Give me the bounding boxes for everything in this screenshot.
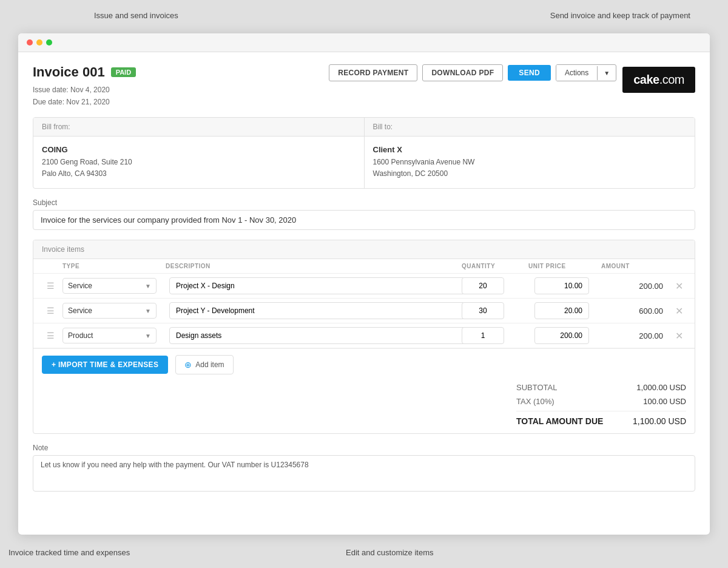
type-select-2[interactable]: Service ▼ [62, 303, 157, 319]
amount-cell-1: 200.00 [601, 282, 668, 291]
total-due-label: TOTAL AMOUNT DUE [516, 416, 603, 426]
note-label: Note [33, 444, 695, 452]
outer-wrapper: Issue and send invoices Send invoice and… [0, 0, 728, 568]
subject-input[interactable] [33, 210, 695, 230]
bill-to-address: 1600 Pennsylvania Avenue NW Washington, … [373, 157, 687, 180]
note-section: Note Let us know if you need any help wi… [33, 444, 695, 499]
subtotal-value: 1,000.00 USD [636, 383, 686, 392]
description-input-2[interactable] [169, 302, 465, 319]
type-caret-icon-3: ▼ [145, 333, 151, 339]
amount-cell-3: 200.00 [601, 331, 668, 340]
tax-value: 100.00 USD [643, 397, 686, 406]
due-date: Due date: Nov 21, 2020 [33, 96, 136, 108]
table-row: ☰ Service ▼ 600.00 ✕ [33, 299, 695, 323]
drag-handle-icon[interactable]: ☰ [38, 331, 62, 340]
drag-handle-icon[interactable]: ☰ [38, 306, 62, 316]
invoice-title-row: Invoice 001 Paid [33, 64, 136, 80]
logo-bold: cake [633, 73, 659, 86]
unit-price-input-2[interactable] [534, 302, 589, 319]
drag-handle-icon[interactable]: ☰ [38, 281, 62, 291]
remove-button-3[interactable]: ✕ [668, 329, 690, 343]
items-actions-row: + IMPORT TIME & EXPENSES ⊕ Add item [33, 348, 695, 380]
invoice-header: Invoice 001 Paid Issue date: Nov 4, 2020… [33, 64, 695, 109]
unit-price-input-1[interactable] [534, 277, 589, 294]
subject-section: Subject [33, 198, 695, 230]
amount-cell-2: 600.00 [601, 306, 668, 316]
type-caret-icon-2: ▼ [145, 308, 151, 314]
import-time-expenses-button[interactable]: + IMPORT TIME & EXPENSES [42, 356, 168, 374]
col-drag [38, 263, 62, 269]
dot-yellow[interactable] [36, 39, 42, 46]
items-col-headers: TYPE DESCRIPTION QUANTITY UNIT PRICE AMO… [33, 259, 695, 274]
tax-label: TAX (10%) [516, 397, 554, 406]
browser-window: Invoice 001 Paid Issue date: Nov 4, 2020… [18, 33, 710, 535]
invoice-items-section: Invoice items TYPE DESCRIPTION QUANTITY … [33, 240, 695, 434]
description-input-1[interactable] [169, 277, 465, 294]
type-value-3: Product [68, 331, 93, 340]
send-button[interactable]: SEND [508, 65, 551, 81]
browser-titlebar [18, 33, 710, 52]
unit-price-input-3[interactable] [534, 327, 589, 344]
download-pdf-button[interactable]: DOWNLOAD PDF [422, 64, 503, 81]
add-item-label: Add item [195, 360, 224, 369]
total-due-value: 1,100.00 USD [633, 416, 686, 426]
col-unit-price: UNIT PRICE [528, 263, 601, 269]
actions-dropdown[interactable]: Actions ▼ [556, 64, 616, 81]
subtotal-label: SUBTOTAL [516, 383, 557, 392]
type-caret-icon-1: ▼ [145, 283, 151, 289]
dot-green[interactable] [46, 39, 52, 46]
bill-to: Bill to: Client X 1600 Pennsylvania Aven… [364, 118, 695, 188]
type-select-3[interactable]: Product ▼ [62, 328, 157, 343]
record-payment-button[interactable]: RECORD PAYMENT [329, 64, 417, 81]
quantity-input-1[interactable] [462, 277, 504, 294]
type-value-2: Service [68, 306, 92, 315]
bill-from-addr2: Palo Alto, CA 94303 [42, 168, 356, 180]
dot-red[interactable] [27, 39, 33, 46]
type-value-1: Service [68, 282, 92, 290]
add-item-button[interactable]: ⊕ Add item [175, 355, 233, 374]
issue-date: Issue date: Nov 4, 2020 [33, 84, 136, 96]
bill-from-label: Bill from: [33, 118, 364, 137]
bill-from: Bill from: COING 2100 Geng Road, Suite 2… [33, 118, 364, 188]
quantity-input-2[interactable] [462, 302, 504, 319]
table-row: ☰ Service ▼ 200.00 ✕ [33, 274, 695, 299]
invoice-title: Invoice 001 [33, 64, 105, 80]
bill-to-content: Client X 1600 Pennsylvania Avenue NW Was… [365, 137, 695, 188]
bill-from-address: 2100 Geng Road, Suite 210 Palo Alto, CA … [42, 157, 356, 180]
actions-label: Actions [556, 65, 597, 81]
bill-to-name: Client X [373, 145, 687, 154]
bill-from-addr1: 2100 Geng Road, Suite 210 [42, 157, 356, 168]
bill-to-addr2: Washington, DC 20500 [373, 168, 687, 180]
totals-section: SUBTOTAL 1,000.00 USD TAX (10%) 100.00 U… [33, 380, 695, 428]
actions-caret-icon[interactable]: ▼ [597, 66, 616, 80]
items-header-row: Invoice items [33, 240, 695, 259]
tooltip-issue-send: Issue and send invoices [94, 11, 178, 20]
subtotal-row: SUBTOTAL 1,000.00 USD [516, 380, 686, 394]
browser-dots [27, 39, 52, 46]
bill-from-content: COING 2100 Geng Road, Suite 210 Palo Alt… [33, 137, 364, 188]
tooltip-track-payment: Send invoice and keep track of payment [550, 11, 690, 20]
header-right: RECORD PAYMENT DOWNLOAD PDF SEND Actions… [329, 64, 695, 93]
bill-section: Bill from: COING 2100 Geng Road, Suite 2… [33, 117, 695, 189]
col-amount: AMOUNT [601, 263, 668, 269]
col-description: DESCRIPTION [166, 263, 462, 269]
logo-area: cake.com [622, 67, 695, 93]
col-type: TYPE [62, 263, 166, 269]
add-item-icon: ⊕ [184, 360, 192, 370]
paid-badge: Paid [111, 67, 136, 77]
remove-button-1[interactable]: ✕ [668, 279, 690, 293]
subject-label: Subject [33, 198, 695, 207]
type-select-1[interactable]: Service ▼ [62, 278, 157, 294]
total-due-row: TOTAL AMOUNT DUE 1,100.00 USD [516, 411, 686, 428]
logo-light: .com [659, 73, 684, 86]
bill-from-name: COING [42, 145, 356, 154]
col-actions [668, 263, 690, 269]
invoice-dates: Issue date: Nov 4, 2020 Due date: Nov 21… [33, 84, 136, 109]
logo-box: cake.com [622, 67, 695, 93]
remove-button-2[interactable]: ✕ [668, 304, 690, 318]
quantity-input-3[interactable] [462, 327, 504, 344]
description-input-3[interactable] [169, 327, 465, 344]
bill-to-label: Bill to: [365, 118, 695, 137]
col-quantity: QUANTITY [462, 263, 528, 269]
note-textarea[interactable]: Let us know if you need any help with th… [33, 455, 695, 492]
